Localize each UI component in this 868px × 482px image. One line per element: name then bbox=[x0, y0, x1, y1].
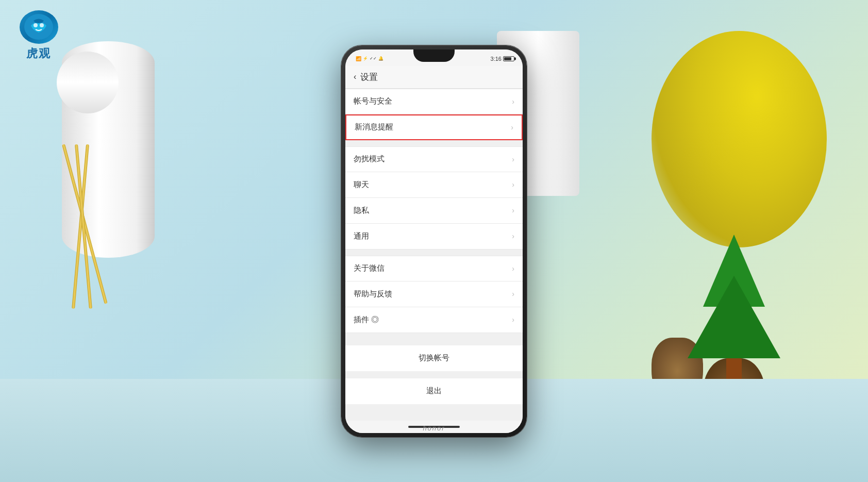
signal-icon: 📶 bbox=[356, 56, 361, 61]
settings-item-about[interactable]: 关于微信 › bbox=[345, 256, 523, 281]
settings-section-3: 关于微信 › 帮助与反馈 › 插件 ◎ › bbox=[345, 256, 523, 333]
battery-fill bbox=[504, 57, 511, 60]
battery-icon bbox=[503, 56, 514, 61]
settings-item-general-label: 通用 bbox=[354, 231, 369, 241]
settings-item-plugins-chevron: › bbox=[512, 315, 514, 324]
settings-section-2: 勿扰模式 › 聊天 › 隐私 › 通用 › bbox=[345, 146, 523, 250]
settings-item-chat-chevron: › bbox=[512, 180, 514, 189]
back-icon[interactable]: ‹ bbox=[354, 72, 356, 81]
settings-section-1: 帐号与安全 › 新消息提醒 › bbox=[345, 89, 523, 140]
settings-item-privacy-chevron: › bbox=[512, 206, 514, 214]
time-display: 3:16 bbox=[491, 56, 502, 62]
settings-item-plugins-label: 插件 ◎ bbox=[354, 315, 379, 325]
wifi-icon: ⚡ bbox=[363, 56, 368, 61]
action-switch-account[interactable]: 切换帐号 bbox=[345, 345, 523, 371]
settings-item-privacy-label: 隐私 bbox=[354, 206, 369, 215]
action-switch-account-label: 切换帐号 bbox=[419, 353, 449, 363]
logo-icon bbox=[20, 10, 58, 44]
svg-point-2 bbox=[40, 23, 44, 27]
phone-wrapper: 📶 ⚡ ✓✓ 🔔 3:16 ‹ 设置 bbox=[341, 45, 527, 437]
nav-title: 设置 bbox=[360, 71, 378, 83]
settings-item-notification-chevron: › bbox=[511, 123, 513, 131]
notification-icon: 🔔 bbox=[378, 56, 383, 61]
settings-item-general[interactable]: 通用 › bbox=[345, 224, 523, 250]
action-logout-label: 退出 bbox=[426, 386, 442, 396]
settings-item-account[interactable]: 帐号与安全 › bbox=[345, 89, 523, 114]
bg-banana bbox=[652, 31, 827, 247]
phone-inner: 📶 ⚡ ✓✓ 🔔 3:16 ‹ 设置 bbox=[345, 49, 523, 433]
tree-trunk bbox=[726, 358, 742, 379]
settings-item-help[interactable]: 帮助与反馈 › bbox=[345, 281, 523, 307]
settings-item-chat[interactable]: 聊天 › bbox=[345, 172, 523, 198]
settings-item-notification[interactable]: 新消息提醒 › bbox=[345, 114, 523, 140]
settings-item-dnd-label: 勿扰模式 bbox=[354, 154, 385, 164]
settings-item-privacy[interactable]: 隐私 › bbox=[345, 198, 523, 224]
status-left: 📶 ⚡ ✓✓ 🔔 bbox=[356, 56, 383, 61]
tree-mid bbox=[688, 276, 780, 358]
phone-frame: 📶 ⚡ ✓✓ 🔔 3:16 ‹ 设置 bbox=[341, 45, 527, 437]
status-right: 3:16 bbox=[491, 56, 514, 62]
section-gap-logout bbox=[345, 372, 523, 378]
settings-item-dnd-chevron: › bbox=[512, 155, 514, 163]
settings-item-chat-label: 聊天 bbox=[354, 180, 369, 190]
settings-item-general-chevron: › bbox=[512, 232, 514, 240]
phone-notch bbox=[413, 49, 455, 62]
settings-item-about-label: 关于微信 bbox=[354, 263, 385, 273]
phone-brand-label: honor bbox=[423, 424, 445, 432]
settings-item-account-chevron: › bbox=[512, 97, 514, 106]
section-gap-actions bbox=[345, 339, 523, 345]
settings-list: 帐号与安全 › 新消息提醒 › 勿扰模式 › 聊天 bbox=[345, 89, 523, 421]
svg-point-1 bbox=[34, 23, 38, 27]
settings-item-account-label: 帐号与安全 bbox=[354, 96, 392, 106]
bg-lamp bbox=[31, 52, 144, 309]
settings-item-dnd[interactable]: 勿扰模式 › bbox=[345, 146, 523, 172]
status-icons: ✓✓ bbox=[370, 56, 377, 61]
settings-item-help-label: 帮助与反馈 bbox=[354, 289, 392, 299]
settings-item-about-chevron: › bbox=[512, 264, 514, 273]
settings-item-help-chevron: › bbox=[512, 290, 514, 298]
nav-bar: ‹ 设置 bbox=[345, 66, 523, 89]
settings-item-plugins[interactable]: 插件 ◎ › bbox=[345, 307, 523, 333]
logo-text: 虎观 bbox=[26, 46, 51, 61]
logo: 虎观 bbox=[10, 10, 67, 62]
action-logout[interactable]: 退出 bbox=[345, 378, 523, 404]
settings-item-notification-label: 新消息提醒 bbox=[355, 122, 393, 132]
